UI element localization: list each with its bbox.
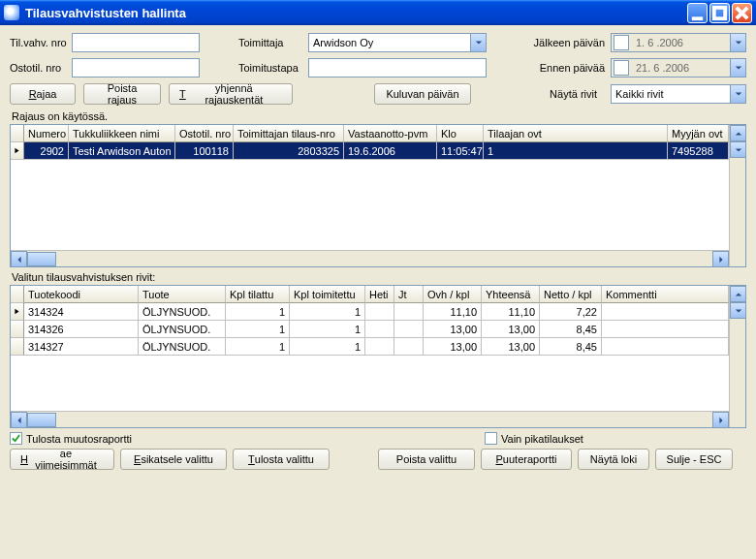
- col-tuotekoodi[interactable]: Tuotekoodi: [24, 286, 139, 303]
- scroll-right-icon[interactable]: [712, 412, 729, 428]
- col-vastaanotto[interactable]: Vastaanotto-pvm: [344, 125, 437, 142]
- toimitustapa-input[interactable]: [308, 58, 487, 78]
- col-ovh[interactable]: Ovh / kpl: [424, 286, 482, 303]
- jalkeen-date[interactable]: 1. 6 .2006: [611, 33, 746, 52]
- toimitustapa-label: Toimitustapa: [238, 62, 308, 74]
- table-row[interactable]: 314326 ÖLJYNSUOD. 1 1 13,00 13,00 8,45: [11, 321, 729, 338]
- col-toimittajan[interactable]: Toimittajan tilaus-nro: [234, 125, 344, 142]
- tulosta-valittu-button[interactable]: Tulosta valittu: [233, 449, 330, 470]
- cell-yhteensa: 13,00: [482, 338, 540, 356]
- kuluvan-button[interactable]: Kuluvan päivän: [374, 83, 471, 105]
- title-bar: Tilausvahvistusten hallinta: [0, 0, 756, 25]
- grid-header: Numero Tukkuliikkeen nimi Ostotil. nro T…: [11, 125, 729, 142]
- cell-tilaajan-ovt: 1: [484, 142, 668, 160]
- cell-tuotekoodi: 314327: [24, 338, 139, 356]
- col-kommentti[interactable]: Kommentti: [602, 286, 729, 303]
- cell-kommentti: [602, 303, 729, 321]
- cell-yhteensa: 13,00: [482, 321, 540, 338]
- col-netto[interactable]: Netto / kpl: [540, 286, 602, 303]
- checkbox-icon: [10, 432, 22, 445]
- table-row[interactable]: 2902 Testi Arwidson Auton 100118 2803325…: [11, 142, 729, 160]
- scroll-thumb[interactable]: [27, 413, 56, 427]
- ennen-date[interactable]: 21. 6 .2006: [611, 58, 746, 78]
- nayta-loki-button[interactable]: Näytä loki: [578, 449, 649, 470]
- cell-tilattu: 1: [226, 321, 290, 338]
- filter-status: Rajaus on käytössä.: [12, 110, 746, 122]
- cell-toimitettu: 1: [290, 321, 365, 338]
- cell-toimitettu: 1: [290, 338, 365, 356]
- label: ae viimeisimmät: [28, 448, 104, 471]
- tyhjenna-button[interactable]: Tyhjennä rajauskentät: [169, 83, 293, 105]
- rajaa-button[interactable]: Rajaa: [10, 83, 76, 105]
- chevron-down-icon: [730, 85, 745, 103]
- col-klo[interactable]: Klo: [437, 125, 484, 142]
- scroll-down-icon[interactable]: [730, 141, 746, 158]
- v-scrollbar[interactable]: [729, 286, 745, 427]
- order-lines-grid: Tuotekoodi Tuote Kpl tilattu Kpl toimite…: [10, 285, 746, 428]
- scroll-up-icon[interactable]: [730, 286, 746, 302]
- ennen-label: Ennen päivää: [525, 62, 611, 74]
- rows-section-label: Valitun tilausvahvistuksen rivit:: [12, 271, 746, 283]
- label: ulosta valittu: [255, 453, 314, 465]
- cell-kommentti: [602, 338, 729, 356]
- v-scrollbar[interactable]: [729, 125, 745, 266]
- cell-ostotil: 100118: [175, 142, 234, 160]
- date-checkbox[interactable]: [614, 35, 629, 50]
- nayta-rivit-value: Kaikki rivit: [615, 88, 730, 100]
- close-button[interactable]: [732, 3, 752, 23]
- cell-jt: [394, 321, 424, 338]
- maximize-button[interactable]: [709, 3, 730, 23]
- scroll-down-icon[interactable]: [730, 302, 746, 319]
- col-numero[interactable]: Numero: [24, 125, 69, 142]
- hae-viimeisimmat-button[interactable]: Hae viimeisimmät: [10, 449, 114, 470]
- minimize-button[interactable]: [687, 3, 708, 23]
- h-scrollbar[interactable]: [11, 250, 729, 266]
- tilvahv-input[interactable]: [72, 33, 200, 52]
- col-tilaajan-ovt[interactable]: Tilaajan ovt: [484, 125, 668, 142]
- checkbox-icon: [485, 432, 497, 445]
- scroll-thumb[interactable]: [27, 252, 56, 266]
- col-kpl-tilattu[interactable]: Kpl tilattu: [226, 286, 290, 303]
- orders-grid: Numero Tukkuliikkeen nimi Ostotil. nro T…: [10, 124, 746, 267]
- cell-ovh: 11,10: [424, 303, 482, 321]
- esikatsele-button[interactable]: Esikatsele valittu: [120, 449, 227, 470]
- scroll-right-icon[interactable]: [712, 251, 729, 267]
- col-heti[interactable]: Heti: [365, 286, 394, 303]
- table-row[interactable]: 314327 ÖLJYNSUOD. 1 1 13,00 13,00 8,45: [11, 338, 729, 356]
- chevron-down-icon: [730, 59, 745, 77]
- scroll-up-icon[interactable]: [730, 125, 746, 141]
- cell-toimitettu: 1: [290, 303, 365, 321]
- col-tukkuliikkeen[interactable]: Tukkuliikkeen nimi: [69, 125, 175, 142]
- tulosta-muutos-check[interactable]: Tulosta muutosraportti: [10, 432, 132, 445]
- col-myyjan-ovt[interactable]: Myyjän ovt: [668, 125, 729, 142]
- scroll-left-icon[interactable]: [11, 251, 27, 267]
- ennen-value: 21. 6 .2006: [634, 62, 730, 74]
- col-yhteensa[interactable]: Yhteensä: [482, 286, 540, 303]
- cell-heti: [365, 338, 394, 356]
- vain-pikatilaukset-check[interactable]: Vain pikatilaukset: [485, 432, 583, 445]
- col-tuote[interactable]: Tuote: [139, 286, 226, 303]
- puuteraportti-button[interactable]: Puuteraportti: [481, 449, 572, 470]
- cell-jt: [394, 338, 424, 356]
- tilvahv-label: Til.vahv. nro: [10, 37, 72, 48]
- date-checkbox[interactable]: [614, 60, 629, 76]
- sulje-button[interactable]: Sulje - ESC: [655, 449, 733, 470]
- col-ostotil[interactable]: Ostotil. nro: [175, 125, 234, 142]
- cell-vastaanotto: 19.6.2006: [344, 142, 437, 160]
- poista-valittu-button[interactable]: Poista valittu: [378, 449, 475, 470]
- toimittaja-select[interactable]: Arwidson Oy: [308, 33, 487, 52]
- nayta-rivit-select[interactable]: Kaikki rivit: [611, 84, 746, 104]
- cell-yhteensa: 11,10: [482, 303, 540, 321]
- col-jt[interactable]: Jt: [394, 286, 424, 303]
- label: uuteraportti: [503, 453, 557, 465]
- poista-rajaus-button[interactable]: Poista rajaus: [83, 83, 161, 105]
- col-kpl-toimitettu[interactable]: Kpl toimitettu: [290, 286, 365, 303]
- app-icon: [4, 5, 19, 20]
- h-scrollbar[interactable]: [11, 411, 729, 427]
- ostotil-input[interactable]: [72, 58, 200, 78]
- scroll-left-icon[interactable]: [11, 412, 27, 428]
- vain-pikatilaukset-label: Vain pikatilaukset: [501, 433, 583, 445]
- cell-toimittajan: 2803325: [234, 142, 344, 160]
- table-row[interactable]: 314324 ÖLJYNSUOD. 1 1 11,10 11,10 7,22: [11, 303, 729, 321]
- cell-tuote: ÖLJYNSUOD.: [139, 338, 226, 356]
